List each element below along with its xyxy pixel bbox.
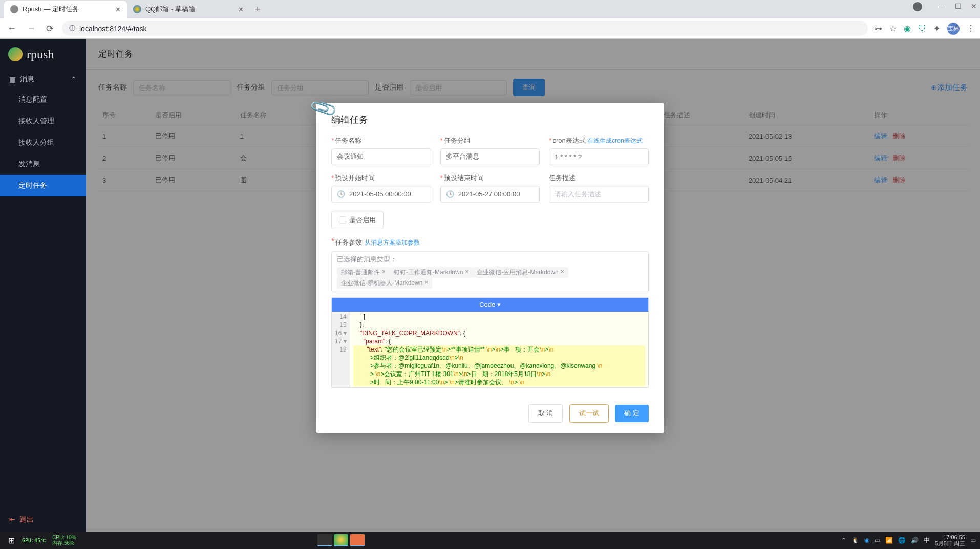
- extension-icon[interactable]: ◉: [904, 24, 911, 33]
- tab-title: QQ邮箱 - 草稿箱: [145, 5, 195, 14]
- clock-icon: 🕓: [337, 190, 345, 198]
- sidebar-item-groups[interactable]: 接收人分组: [0, 132, 86, 153]
- tray-clock[interactable]: 17:06:555月5日 周三: [935, 534, 965, 546]
- code-content[interactable]: ] }, "DING_TALK_COPR_MARKDOWN": { "param…: [350, 312, 648, 387]
- message-type-tag: 企业微信-群机器人-Markdown ×: [337, 278, 432, 289]
- message-type-tag: 钉钉-工作通知-Markdown ×: [390, 267, 473, 278]
- back-button[interactable]: ←: [5, 21, 18, 36]
- group-label: 任务分组: [444, 137, 471, 144]
- favicon-icon: [10, 5, 18, 13]
- tray-volume-icon[interactable]: 🔊: [911, 537, 919, 544]
- logout-icon: ⇤: [9, 515, 15, 524]
- group-input[interactable]: [440, 148, 540, 165]
- cancel-button[interactable]: 取 消: [528, 404, 563, 423]
- document-icon: ▤: [9, 75, 16, 83]
- start-button[interactable]: ⊞: [4, 536, 19, 545]
- enable-checkbox[interactable]: 是否启用: [331, 211, 384, 229]
- url-text: localhost:8124/#/task: [79, 25, 147, 33]
- favicon-icon: [133, 5, 141, 13]
- params-label: 任务参数: [335, 238, 362, 246]
- edit-task-modal: 📎 编辑任务 *任务名称 *任务分组 *cron表达式 在线生成cron表达式 …: [316, 103, 664, 433]
- confirm-button[interactable]: 确 定: [615, 405, 649, 422]
- nav-group-messages[interactable]: ▤ 消息 ⌃: [0, 70, 86, 89]
- browser-chrome: — ☐ ✕ Rpush — 定时任务 ✕ QQ邮箱 - 草稿箱 ✕ + ← → …: [0, 0, 980, 39]
- gpu-info: GPU:45℃: [19, 538, 49, 543]
- logo-icon: [8, 47, 23, 61]
- forward-button[interactable]: →: [25, 21, 38, 36]
- desc-input[interactable]: [549, 186, 649, 203]
- address-bar: ← → ⟳ ⓘ localhost:8124/#/task ⊶ ☆ ◉ 🛡 ✦ …: [0, 18, 980, 39]
- logo: rpush: [0, 39, 86, 70]
- code-dropdown[interactable]: Code ▾: [332, 298, 648, 312]
- tags-prefix: 已选择的消息类型：: [337, 255, 397, 264]
- star-icon[interactable]: ☆: [889, 24, 897, 33]
- taskbar-app-icon[interactable]: [334, 534, 348, 546]
- tag-remove-icon[interactable]: ×: [561, 268, 564, 277]
- profile-avatar[interactable]: 宝林: [947, 23, 960, 35]
- sidebar-item-send[interactable]: 发消息: [0, 153, 86, 175]
- sidebar-item-receivers[interactable]: 接收人管理: [0, 111, 86, 132]
- maximize-button[interactable]: ☐: [955, 2, 962, 11]
- new-tab-button[interactable]: +: [250, 4, 266, 15]
- chevron-up-icon: ⌃: [71, 75, 77, 83]
- browser-tab-active[interactable]: Rpush — 定时任务 ✕: [4, 1, 127, 18]
- url-input[interactable]: ⓘ localhost:8124/#/task: [62, 21, 868, 36]
- add-params-link[interactable]: 从消息方案添加参数: [365, 239, 420, 246]
- tray-icon[interactable]: 📶: [885, 537, 893, 544]
- cpu-mem-info: CPU: 10%内存:56%: [49, 535, 79, 546]
- message-type-tag: 邮箱-普通邮件 ×: [337, 267, 390, 278]
- name-label: 任务名称: [335, 137, 361, 144]
- logo-text: rpush: [27, 48, 54, 61]
- ublock-icon[interactable]: 🛡: [918, 24, 926, 33]
- tab-strip: Rpush — 定时任务 ✕ QQ邮箱 - 草稿箱 ✕ +: [0, 0, 980, 18]
- checkbox-icon: [339, 216, 346, 224]
- reload-button[interactable]: ⟳: [44, 21, 56, 36]
- extensions-icon[interactable]: ✦: [933, 24, 940, 33]
- windows-taskbar: ⊞ GPU:45℃ CPU: 10%内存:56% ⌃ 🐧 ◉ ▭ 📶 🌐 🔊 中…: [0, 532, 980, 549]
- incognito-icon: [913, 2, 922, 11]
- logout-button[interactable]: ⇤ 退出: [0, 508, 86, 532]
- clock-icon: 🕓: [446, 190, 454, 198]
- tab-title: Rpush — 定时任务: [23, 5, 79, 14]
- cron-input[interactable]: [549, 148, 649, 165]
- minimize-button[interactable]: —: [939, 2, 946, 11]
- sidebar-item-config[interactable]: 消息配置: [0, 89, 86, 111]
- message-type-tags: 已选择的消息类型： 邮箱-普通邮件 ×钉钉-工作通知-Markdown ×企业微…: [331, 251, 649, 292]
- sidebar-item-tasks[interactable]: 定时任务: [0, 175, 86, 196]
- message-type-tag: 企业微信-应用消息-Markdown ×: [473, 267, 568, 278]
- cron-help-link[interactable]: 在线生成cron表达式: [587, 137, 642, 144]
- key-icon[interactable]: ⊶: [874, 24, 882, 33]
- start-label: 预设开始时间: [335, 174, 375, 182]
- tray-icon[interactable]: ◉: [864, 537, 869, 544]
- tag-remove-icon[interactable]: ×: [382, 268, 386, 277]
- tab-close-icon[interactable]: ✕: [115, 6, 121, 13]
- tray-notifications-icon[interactable]: ▭: [970, 537, 976, 544]
- code-gutter: 141516 ▾17 ▾18: [332, 312, 350, 387]
- taskbar-app-icon[interactable]: [350, 534, 365, 546]
- taskbar-app-icon[interactable]: [317, 534, 332, 546]
- cron-label: cron表达式: [552, 137, 585, 144]
- start-date-input[interactable]: 🕓2021-05-05 00:00:00: [331, 186, 431, 203]
- modal-title: 编辑任务: [331, 115, 368, 125]
- browser-tab[interactable]: QQ邮箱 - 草稿箱 ✕: [127, 1, 250, 18]
- menu-icon[interactable]: ⋮: [967, 24, 975, 33]
- name-input[interactable]: [331, 148, 431, 165]
- tray-icon[interactable]: ▭: [875, 537, 880, 544]
- tray-chevron-icon[interactable]: ⌃: [841, 537, 846, 544]
- tag-remove-icon[interactable]: ×: [424, 279, 428, 288]
- try-button[interactable]: 试一试: [569, 404, 609, 423]
- info-icon: ⓘ: [69, 24, 75, 33]
- tray-icon[interactable]: 🐧: [851, 537, 859, 544]
- tray-network-icon[interactable]: 🌐: [898, 537, 906, 544]
- end-label: 预设结束时间: [444, 174, 484, 182]
- desc-label: 任务描述: [549, 173, 649, 183]
- tray-ime[interactable]: 中: [924, 536, 930, 545]
- tag-remove-icon[interactable]: ×: [465, 268, 468, 277]
- code-editor: Code ▾ 141516 ▾17 ▾18 ] }, "DING_TALK_CO…: [331, 297, 649, 388]
- close-window-button[interactable]: ✕: [971, 2, 977, 11]
- tab-close-icon[interactable]: ✕: [238, 6, 244, 13]
- sidebar: rpush ▤ 消息 ⌃ 消息配置 接收人管理 接收人分组 发消息 定时任务 ⇤…: [0, 39, 86, 532]
- end-date-input[interactable]: 🕓2021-05-27 00:00:00: [440, 186, 540, 203]
